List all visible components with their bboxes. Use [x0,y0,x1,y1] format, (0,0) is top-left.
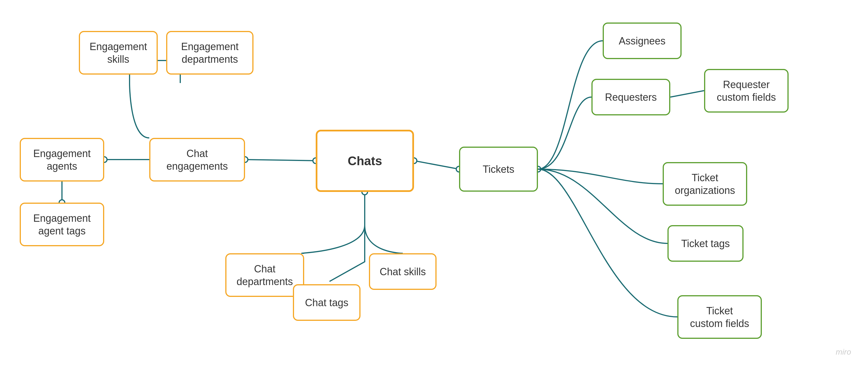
node-engagement-departments: Engagementdepartments [166,31,253,74]
node-assignees: Assignees [603,23,682,59]
ticket-organizations-label: Ticketorganizations [675,171,735,197]
engagement-departments-label: Engagementdepartments [181,40,239,66]
node-tickets: Tickets [459,146,538,192]
svg-line-13 [670,91,704,97]
chat-engagements-label: Chatengagements [166,147,228,172]
assignees-label: Assignees [619,35,665,47]
engagement-skills-label: Engagementskills [90,40,147,66]
node-chats: Chats [316,130,414,192]
node-engagement-agents: Engagementagents [20,138,104,181]
node-requesters: Requesters [591,79,670,115]
node-ticket-organizations: Ticketorganizations [663,162,747,206]
node-ticket-tags: Ticket tags [668,225,744,262]
ticket-custom-fields-label: Ticketcustom fields [690,304,749,330]
node-engagement-skills: Engagementskills [79,31,158,74]
requester-custom-fields-label: Requestercustom fields [717,78,776,104]
node-chat-skills: Chat skills [369,253,437,290]
ticket-tags-label: Ticket tags [681,237,730,250]
requesters-label: Requesters [605,91,657,104]
node-chat-tags: Chat tags [293,284,361,321]
diagram-canvas: Chats Tickets Chatengagements Engagement… [0,0,868,365]
tickets-label: Tickets [483,163,515,176]
svg-line-9 [414,161,459,169]
chats-label: Chats [347,153,382,169]
node-ticket-custom-fields: Ticketcustom fields [677,295,762,339]
node-requester-custom-fields: Requestercustom fields [704,69,788,112]
chat-skills-label: Chat skills [380,265,426,278]
svg-line-0 [245,160,316,161]
miro-watermark: miro [836,347,851,357]
chat-tags-label: Chat tags [305,296,348,309]
node-engagement-agent-tags: Engagementagent tags [20,203,104,246]
node-chat-departments: Chatdepartments [225,253,304,297]
chat-departments-label: Chatdepartments [237,263,293,288]
engagement-agent-tags-label: Engagementagent tags [33,212,91,237]
engagement-agents-label: Engagementagents [33,147,91,172]
node-chat-engagements: Chatengagements [149,138,245,181]
